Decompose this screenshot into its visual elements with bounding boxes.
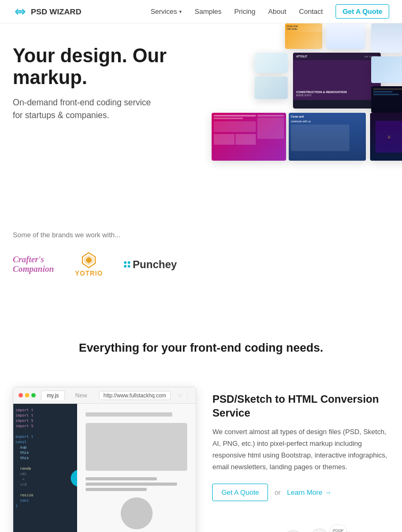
yotrio-icon <box>80 252 97 269</box>
browser-dots <box>19 393 36 397</box>
design-text-lines <box>86 477 187 491</box>
browser-actions: ☆ ⋮ <box>177 392 190 399</box>
punchey-label: Punchey <box>132 259 177 271</box>
logo-icon <box>13 4 28 19</box>
close-dot <box>19 393 23 397</box>
design-hero-placeholder <box>86 423 187 471</box>
logo-text: PSD WIZARD <box>31 7 81 16</box>
get-quote-button[interactable]: Get A Quote <box>212 484 268 501</box>
screenshot-small-2 <box>255 77 288 99</box>
chevron-down-icon: ▾ <box>179 9 182 14</box>
code-panel: import t import t import S import S expo… <box>13 404 77 532</box>
screenshot-pink-dashboard <box>212 113 286 161</box>
hero-text: Your design. Our markup. On-demand front… <box>13 45 215 122</box>
code-line: this <box>15 451 75 455</box>
arrow-icon: → <box>324 488 331 496</box>
punchey-dots <box>124 261 130 268</box>
code-line <box>15 461 75 466</box>
code-line: const <box>15 440 75 444</box>
code-line: rende <box>15 467 75 471</box>
hero-section: Your design. Our markup. On-demand front… <box>0 23 402 215</box>
service-info: PSD/Sketch to HTML Conversion Service We… <box>212 387 389 532</box>
screenshot-strip-1 <box>371 23 402 53</box>
hero-screenshots: FOOD FOR THE GOAL ATTOLIT 000 733 4708 C… <box>195 23 402 215</box>
screenshot-small-top <box>255 53 288 73</box>
service-description: We convert almost all types of design fi… <box>212 426 389 473</box>
code-line: con} <box>15 498 75 503</box>
screenshot-strip-3 <box>371 86 402 113</box>
design-panel <box>77 404 196 532</box>
screenshot-strip-2 <box>371 56 402 83</box>
code-line: sup <box>15 445 75 450</box>
or-label: or <box>274 488 281 496</box>
svg-text:POOF: POOF <box>333 529 344 532</box>
minimize-dot <box>25 393 29 397</box>
person-right: PSD POOF HTML <box>312 525 357 532</box>
code-line: < <box>15 477 75 481</box>
brands-label: Some of the brands we work with... <box>13 231 389 239</box>
navbar: PSD WIZARD Services ▾ Samples Pricing Ab… <box>0 0 402 23</box>
browser-bar: my.js New http://www.fullstackhq.com ☆ ⋮ <box>13 387 196 404</box>
nav-about[interactable]: About <box>268 7 286 15</box>
service-visual: my.js New http://www.fullstackhq.com ☆ ⋮… <box>13 387 196 532</box>
code-line: </d <box>15 483 75 487</box>
browser-url-bar[interactable]: http://www.fullstackhq.com <box>99 391 171 400</box>
hero-subtitle: On-demand front-end coding servicefor st… <box>13 96 215 122</box>
code-line: this <box>15 456 75 460</box>
yotrio-label: YOTRIO <box>75 270 103 277</box>
section-divider <box>0 288 402 320</box>
brand-crafters: Crafter's Companion <box>13 255 54 273</box>
section-title: Everything for your front-end coding nee… <box>13 341 389 355</box>
screenshot-1: FOOD FOR THE GOAL <box>285 23 322 49</box>
code-line: import S <box>15 419 75 423</box>
nav-services[interactable]: Services ▾ <box>150 7 182 15</box>
design-nav-placeholder <box>86 412 172 417</box>
screenshot-blue-construction: Come and celebrate with us <box>289 113 366 161</box>
learn-more-link[interactable]: Learn More → <box>287 488 331 496</box>
browser-tab-myjs[interactable]: my.js <box>41 390 65 400</box>
browser-mockup: my.js New http://www.fullstackhq.com ☆ ⋮… <box>13 387 196 532</box>
code-line <box>15 429 75 434</box>
code-line <box>15 488 75 492</box>
hero-title: Your design. Our markup. <box>13 45 215 89</box>
browser-new-tab[interactable]: New <box>70 390 93 400</box>
logo[interactable]: PSD WIZARD <box>13 4 81 19</box>
brand-punchey: Punchey <box>124 259 177 271</box>
service-actions: Get A Quote or Learn More → <box>212 484 389 501</box>
screenshot-2 <box>326 23 365 49</box>
nav-links: Services ▾ Samples Pricing About Contact… <box>150 4 389 19</box>
illustration-area: Ai PSD POOF HTML <box>212 517 389 532</box>
browser-content: import t import t import S import S expo… <box>13 404 196 532</box>
code-line: resize <box>15 493 75 497</box>
brand-yotrio: YOTRIO <box>75 252 103 277</box>
maximize-dot <box>31 393 36 397</box>
svg-point-16 <box>312 529 327 532</box>
conversion-illustration: Ai PSD POOF HTML <box>237 517 365 532</box>
brands-logos: Crafter's Companion YOTRIO <box>13 252 389 277</box>
everything-section: Everything for your front-end coding nee… <box>0 320 402 387</box>
nav-pricing[interactable]: Pricing <box>234 7 256 15</box>
code-line: export t <box>15 435 75 439</box>
nav-get-quote[interactable]: Get A Quote <box>336 4 389 19</box>
service-block: my.js New http://www.fullstackhq.com ☆ ⋮… <box>0 387 402 532</box>
brands-section: Some of the brands we work with... Craft… <box>0 215 402 288</box>
code-line: import S <box>15 424 75 428</box>
design-circle-placeholder <box>121 497 153 529</box>
code-line: <di <box>15 472 75 476</box>
service-title: PSD/Sketch to HTML Conversion Service <box>212 392 389 420</box>
code-line: import t <box>15 408 75 412</box>
nav-samples[interactable]: Samples <box>195 7 222 15</box>
nav-contact[interactable]: Contact <box>299 7 323 15</box>
screenshot-gaming: ⚔ <box>370 113 402 161</box>
code-line: } <box>15 504 75 508</box>
menu-dots-icon[interactable]: ⋮ <box>185 392 190 399</box>
code-line: import t <box>15 413 75 418</box>
bookmark-icon[interactable]: ☆ <box>177 392 182 399</box>
screenshot-attolit: ATTOLIT 000 733 4708 CONSTRUCTION & RENO… <box>293 53 381 109</box>
